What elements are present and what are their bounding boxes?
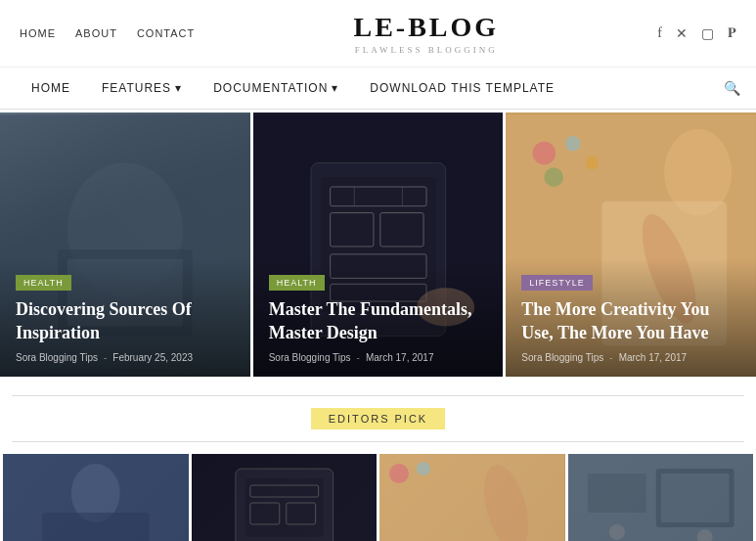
search-icon[interactable]: 🔍 <box>724 80 740 97</box>
svg-rect-32 <box>379 454 565 541</box>
featured-grid: HEALTH Discovering Sources Of Inspiratio… <box>0 113 756 377</box>
svg-rect-37 <box>587 473 645 513</box>
nav-contact[interactable]: CONTACT <box>137 27 195 39</box>
main-nav-items: HOME FEATURES ▾ DOCUMENTATION ▾ DOWNLOAD… <box>16 68 570 109</box>
card-1-date: February 25, 2023 <box>112 352 193 363</box>
main-nav-documentation[interactable]: DOCUMENTATION ▾ <box>198 68 354 109</box>
card-3-overlay: LIFESTYLE The More Creativity You Use, T… <box>506 258 756 377</box>
instagram-icon[interactable]: ▢ <box>701 25 714 42</box>
card-2-date: March 17, 2017 <box>366 352 434 363</box>
featured-card-3[interactable]: LIFESTYLE The More Creativity You Use, T… <box>506 113 756 377</box>
divider-bottom <box>12 441 744 442</box>
main-nav-features[interactable]: FEATURES ▾ <box>86 68 198 109</box>
chevron-down-icon: ▾ <box>175 81 182 95</box>
card-3-date: March 17, 2017 <box>619 352 688 363</box>
svg-rect-25 <box>42 513 150 541</box>
svg-point-20 <box>545 167 564 187</box>
svg-point-19 <box>565 136 581 152</box>
main-nav-home[interactable]: HOME <box>16 68 86 109</box>
top-nav-links: HOME ABOUT CONTACT <box>20 27 195 39</box>
thumb-card-2[interactable] <box>192 454 378 541</box>
facebook-icon[interactable]: f <box>657 25 662 41</box>
thumb-card-4[interactable] <box>568 454 754 541</box>
nav-about[interactable]: ABOUT <box>75 27 117 39</box>
card-1-overlay: HEALTH Discovering Sources Of Inspiratio… <box>0 258 250 377</box>
featured-card-1[interactable]: HEALTH Discovering Sources Of Inspiratio… <box>0 113 250 377</box>
svg-rect-39 <box>660 473 729 522</box>
twitter-x-icon[interactable]: ✕ <box>676 25 688 42</box>
card-1-author: Sora Blogging Tips <box>16 352 98 363</box>
svg-point-34 <box>417 462 430 475</box>
divider <box>12 395 744 396</box>
card-2-overlay: HEALTH Master The Fundamentals, Master D… <box>253 258 504 377</box>
svg-point-33 <box>389 464 409 483</box>
editors-pick-section: EDITORS PICK <box>0 380 756 454</box>
thumb-card-1[interactable] <box>3 454 189 541</box>
main-nav-download[interactable]: DOWNLOAD THIS TEMPLATE <box>354 68 570 109</box>
social-links: f ✕ ▢ 𝐏 <box>657 25 736 42</box>
card-1-category: HEALTH <box>16 275 71 291</box>
svg-point-18 <box>533 142 556 165</box>
chevron-down-icon: ▾ <box>332 81 338 95</box>
nav-home[interactable]: HOME <box>20 27 56 39</box>
top-navigation: HOME ABOUT CONTACT LE-BLOG FLAWLESS BLOG… <box>0 0 756 68</box>
card-1-meta: Sora Blogging Tips - February 25, 2023 <box>16 352 235 363</box>
logo-subtitle: FLAWLESS BLOGGING <box>354 45 500 55</box>
card-1-title: Discovering Sources Of Inspiration <box>16 298 235 344</box>
card-2-category: HEALTH <box>269 275 325 291</box>
card-2-title: Master The Fundamentals, Master Design <box>269 298 488 344</box>
card-3-meta: Sora Blogging Tips - March 17, 2017 <box>521 352 740 363</box>
card-3-author: Sora Blogging Tips <box>521 352 603 363</box>
card-2-meta: Sora Blogging Tips - March 17, 2017 <box>269 352 488 363</box>
logo[interactable]: LE-BLOG FLAWLESS BLOGGING <box>354 12 500 55</box>
card-2-author: Sora Blogging Tips <box>269 352 351 363</box>
thumbnail-grid <box>0 454 756 541</box>
svg-point-21 <box>586 157 600 170</box>
card-3-title: The More Creativity You Use, The More Yo… <box>521 298 740 344</box>
svg-rect-28 <box>245 478 323 537</box>
card-3-category: LIFESTYLE <box>521 275 593 291</box>
logo-title: LE-BLOG <box>354 12 500 43</box>
pinterest-icon[interactable]: 𝐏 <box>728 25 736 41</box>
main-navigation: HOME FEATURES ▾ DOCUMENTATION ▾ DOWNLOAD… <box>0 68 756 110</box>
featured-card-2[interactable]: HEALTH Master The Fundamentals, Master D… <box>253 113 504 377</box>
thumb-card-3[interactable] <box>379 454 565 541</box>
svg-point-40 <box>608 524 624 540</box>
editors-pick-label: EDITORS PICK <box>311 408 445 429</box>
